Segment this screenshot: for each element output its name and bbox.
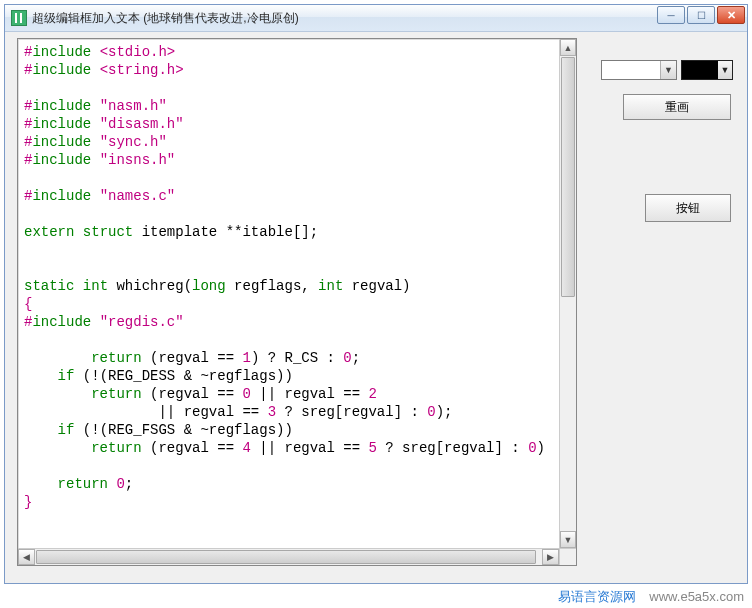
maximize-button[interactable]: ☐ bbox=[687, 6, 715, 24]
side-panel: ▼ ▼ 重画 bbox=[593, 60, 733, 120]
footer: 易语言资源网 www.e5a5x.com bbox=[558, 588, 744, 606]
scroll-down-icon[interactable]: ▼ bbox=[560, 531, 576, 548]
vertical-scrollbar[interactable]: ▲ ▼ bbox=[559, 39, 576, 548]
code-editor-viewport[interactable]: #include <stdio.h> #include <string.h> #… bbox=[18, 39, 559, 548]
window-title: 超级编辑框加入文本 (地球销售代表改进,冷电原创) bbox=[32, 10, 299, 27]
window-controls: ─ ☐ ✕ bbox=[657, 6, 745, 24]
action-button-label: 按钮 bbox=[676, 200, 700, 217]
horizontal-scroll-thumb[interactable] bbox=[36, 550, 536, 564]
redraw-button[interactable]: 重画 bbox=[623, 94, 731, 120]
font-combobox[interactable]: ▼ bbox=[601, 60, 677, 80]
chevron-down-icon: ▼ bbox=[660, 61, 676, 79]
close-button[interactable]: ✕ bbox=[717, 6, 745, 24]
redraw-button-label: 重画 bbox=[665, 99, 689, 116]
code-editor[interactable]: #include <stdio.h> #include <string.h> #… bbox=[17, 38, 577, 566]
chevron-down-icon: ▼ bbox=[718, 61, 732, 79]
scroll-left-icon[interactable]: ◀ bbox=[18, 549, 35, 565]
scroll-right-icon[interactable]: ▶ bbox=[542, 549, 559, 565]
titlebar[interactable]: 超级编辑框加入文本 (地球销售代表改进,冷电原创) ─ ☐ ✕ bbox=[5, 5, 747, 32]
footer-brand: 易语言资源网 bbox=[558, 589, 636, 604]
color-picker[interactable]: ▼ bbox=[681, 60, 733, 80]
horizontal-scrollbar[interactable]: ◀ ▶ bbox=[18, 548, 559, 565]
minimize-button[interactable]: ─ bbox=[657, 6, 685, 24]
app-icon bbox=[11, 10, 27, 26]
vertical-scroll-thumb[interactable] bbox=[561, 57, 575, 297]
client-area: #include <stdio.h> #include <string.h> #… bbox=[5, 32, 747, 583]
footer-url: www.e5a5x.com bbox=[649, 589, 744, 604]
scroll-corner bbox=[559, 548, 576, 565]
action-button[interactable]: 按钮 bbox=[645, 194, 731, 222]
scroll-up-icon[interactable]: ▲ bbox=[560, 39, 576, 56]
app-window: 超级编辑框加入文本 (地球销售代表改进,冷电原创) ─ ☐ ✕ #include… bbox=[4, 4, 748, 584]
